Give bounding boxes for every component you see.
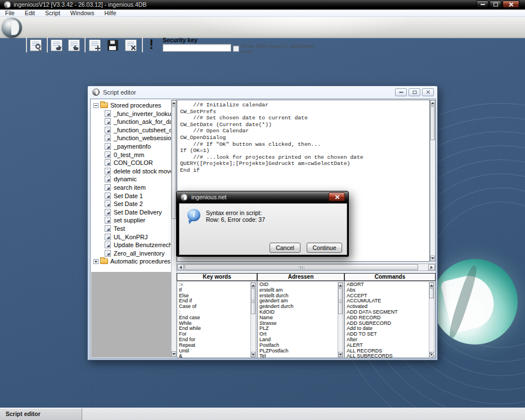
script-open-button[interactable]: [51, 39, 62, 51]
command-item[interactable]: ADD SUBRECORD: [345, 321, 435, 327]
scroll-up-button[interactable]: [430, 100, 435, 106]
adressen-item[interactable]: Tel: [258, 354, 344, 358]
scroll-up-button[interactable]: [429, 283, 434, 288]
collapse-icon[interactable]: [93, 103, 98, 108]
alphabetic-order-checkbox[interactable]: [233, 46, 239, 52]
keyword-item[interactable]: Case of: [177, 304, 257, 310]
tree-item[interactable]: set supplier: [91, 216, 171, 225]
scroll-up-button[interactable]: [172, 100, 176, 106]
child-minimize-button[interactable]: [395, 88, 407, 96]
continue-button[interactable]: Continue: [307, 243, 342, 253]
tree-item[interactable]: delete old stock movement: [91, 167, 171, 176]
tree-item[interactable]: _function_websession: [91, 134, 171, 142]
command-item[interactable]: ACCUMULATE: [345, 298, 435, 304]
script-delete-button[interactable]: [125, 39, 137, 51]
dialog-titlebar[interactable]: ingenious.net: [177, 191, 348, 203]
adressen-item[interactable]: Ort: [258, 332, 344, 337]
scrollbar-thumb[interactable]: [251, 288, 255, 314]
keyword-item[interactable]: &: [177, 354, 257, 358]
keyword-item[interactable]: :=: [177, 282, 257, 288]
command-item[interactable]: ACCEPT: [345, 293, 435, 299]
script-check-button[interactable]: [68, 39, 80, 51]
document-preview-button[interactable]: [30, 39, 42, 51]
code-horizontal-scrollbar[interactable]: [177, 263, 436, 271]
tree-item[interactable]: _paymentinfo: [91, 142, 171, 151]
resize-grip-icon[interactable]: [429, 352, 436, 358]
scrollbar-thumb[interactable]: [430, 106, 435, 140]
scroll-left-button[interactable]: [177, 264, 184, 270]
tree-item[interactable]: UL_KonPRJ: [91, 233, 171, 242]
scroll-down-button[interactable]: [430, 256, 435, 261]
adressen-item[interactable]: PLZ: [258, 326, 344, 332]
script-add-button[interactable]: [89, 39, 101, 51]
scrollbar-thumb[interactable]: [338, 288, 343, 314]
keyword-item[interactable]: End for: [177, 337, 257, 343]
tree-item[interactable]: 0_test_mm: [91, 151, 171, 159]
keyword-item[interactable]: End while: [177, 326, 257, 332]
adressen-item[interactable]: Postfach: [258, 343, 344, 348]
scroll-down-button[interactable]: [172, 351, 176, 357]
keywords-scrollbar[interactable]: [250, 282, 256, 358]
tree-item[interactable]: Zero_all_inventory: [91, 249, 171, 258]
tree-item[interactable]: Set Date 2: [91, 200, 171, 208]
scrollbar-thumb[interactable]: [185, 264, 418, 270]
command-item[interactable]: Activated: [345, 304, 435, 310]
scrollbar-thumb[interactable]: [172, 106, 176, 219]
adressen-item[interactable]: geändert durch: [258, 304, 344, 310]
adressen-item[interactable]: erstellt am: [258, 288, 344, 293]
tree-item[interactable]: _function_ask_for_date: [91, 118, 171, 126]
adressen-item[interactable]: Land: [258, 337, 344, 343]
child-maximize-button[interactable]: [409, 88, 420, 96]
command-item[interactable]: ALL RECORDS: [345, 348, 435, 354]
adressen-item[interactable]: Name: [258, 315, 344, 321]
keyword-item[interactable]: End if: [177, 298, 257, 304]
command-item[interactable]: ADD RECORD: [345, 315, 435, 321]
taskbar-item-script-editor[interactable]: Script editor: [0, 408, 82, 420]
tree-item[interactable]: _func_inverter_lookup: [91, 110, 171, 118]
close-button[interactable]: [502, 1, 519, 8]
command-item[interactable]: ABORT: [345, 282, 435, 288]
scroll-down-button[interactable]: [338, 352, 343, 357]
adressen-item[interactable]: geändert am: [258, 298, 344, 304]
adressen-item[interactable]: PLZPostfach: [258, 348, 344, 354]
keyword-item[interactable]: :: [177, 310, 257, 315]
command-item[interactable]: Abs: [345, 288, 435, 293]
dialog-close-button[interactable]: [329, 193, 345, 201]
adressen-item[interactable]: OID: [258, 282, 344, 288]
command-item[interactable]: Add to date: [345, 326, 435, 332]
keyword-item[interactable]: End case: [177, 315, 257, 321]
expand-icon[interactable]: [93, 259, 98, 264]
scroll-right-button[interactable]: [428, 264, 435, 270]
keyword-item[interactable]: If: [177, 288, 257, 293]
execute-button[interactable]: !: [147, 37, 156, 53]
maximize-button[interactable]: [490, 1, 501, 8]
scrollbar-thumb[interactable]: [429, 288, 434, 298]
menu-windows[interactable]: Windows: [65, 10, 100, 16]
scroll-down-button[interactable]: [251, 352, 255, 357]
keyword-item[interactable]: Else: [177, 293, 257, 299]
tree-item[interactable]: _function_cutsheet_cust_typ: [91, 126, 171, 135]
security-key-input[interactable]: [163, 44, 231, 52]
command-item[interactable]: ADD DATA SEGMENT: [345, 310, 435, 315]
tree-item[interactable]: Set Date Delivery: [91, 208, 171, 217]
cancel-button[interactable]: Cancel: [270, 243, 300, 253]
adressen-item[interactable]: erstellt durch: [258, 293, 344, 299]
scroll-up-button[interactable]: [251, 283, 255, 288]
keyword-item[interactable]: Repeat: [177, 343, 257, 348]
save-button[interactable]: [107, 39, 119, 51]
script-editor-titlebar[interactable]: Script editor: [88, 86, 437, 99]
menu-edit[interactable]: Edit: [20, 10, 40, 16]
keyword-item[interactable]: While: [177, 321, 257, 327]
tree-root-automatic-procedures[interactable]: Automatic procedures: [91, 257, 171, 266]
tree-root-stored-procedures[interactable]: Stored procedures: [91, 101, 171, 110]
tree-item[interactable]: Set Date 1: [91, 192, 171, 200]
command-item[interactable]: ALERT: [345, 343, 435, 348]
code-vertical-scrollbar[interactable]: [430, 100, 436, 262]
scroll-up-button[interactable]: [338, 283, 343, 288]
adressen-item[interactable]: KdOID: [258, 310, 344, 315]
menu-script[interactable]: Script: [40, 10, 65, 16]
command-item[interactable]: ADD TO SET: [345, 332, 435, 337]
command-item[interactable]: After: [345, 337, 435, 343]
keyword-item[interactable]: For: [177, 332, 257, 337]
child-close-button[interactable]: [422, 88, 434, 96]
